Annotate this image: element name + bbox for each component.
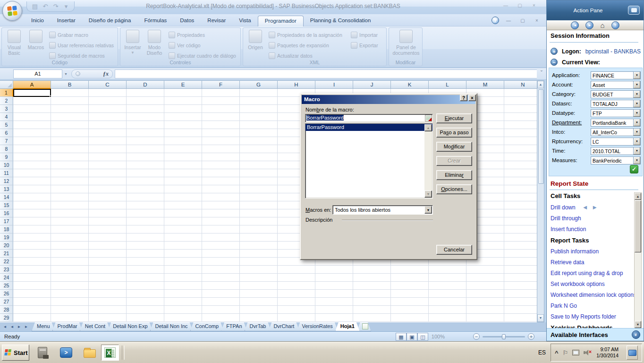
zoom-slider-thumb[interactable] xyxy=(502,334,506,339)
cell-k29[interactable] xyxy=(391,314,429,322)
cell-j28[interactable] xyxy=(353,306,391,314)
row-header-3[interactable]: 3 xyxy=(0,105,13,113)
cell-n18[interactable] xyxy=(504,225,537,233)
column-header-e[interactable]: E xyxy=(164,80,202,89)
previous-sheet-button[interactable]: ◄ xyxy=(8,323,16,331)
cell-b8[interactable] xyxy=(51,145,89,153)
origen-button[interactable]: Origen xyxy=(245,30,266,50)
sheet-tab-versionrates[interactable]: VersionRates xyxy=(297,322,338,331)
cell-b27[interactable] xyxy=(51,298,89,306)
exportar-button[interactable]: Exportar xyxy=(351,41,378,49)
cell-c19[interactable] xyxy=(89,233,127,242)
cell-d21[interactable] xyxy=(127,250,164,258)
cell-b19[interactable] xyxy=(51,233,89,242)
cell-b26[interactable] xyxy=(51,290,89,298)
cell-b17[interactable] xyxy=(51,217,89,225)
cell-d26[interactable] xyxy=(127,290,164,298)
start-button[interactable]: Start xyxy=(2,345,29,361)
cell-g29[interactable] xyxy=(240,314,278,322)
cell-b25[interactable] xyxy=(51,282,89,290)
cell-k24[interactable] xyxy=(391,274,429,282)
list-scroll-up-icon[interactable]: ▲ xyxy=(424,124,432,131)
cell-f22[interactable] xyxy=(202,258,240,266)
cell-f8[interactable] xyxy=(202,145,240,153)
row-header-11[interactable]: 11 xyxy=(0,169,13,177)
cell-j29[interactable] xyxy=(353,314,391,322)
app-minimize-button[interactable]: — xyxy=(500,2,511,9)
cell-i23[interactable] xyxy=(315,266,353,274)
cv-select-department[interactable]: PortlandiaBank▼ xyxy=(591,119,641,127)
cell-f5[interactable] xyxy=(202,121,240,129)
cell-a14[interactable] xyxy=(13,193,51,201)
scroll-down-icon[interactable]: ▼ xyxy=(537,314,544,322)
cell-n3[interactable] xyxy=(504,105,537,113)
cell-d16[interactable] xyxy=(127,209,164,217)
propiedades-asignacion-button[interactable]: Propiedades de la asignación xyxy=(269,31,342,39)
cell-b21[interactable] xyxy=(51,250,89,258)
row-header-28[interactable]: 28 xyxy=(0,306,13,314)
cell-b12[interactable] xyxy=(51,177,89,185)
cell-f20[interactable] xyxy=(202,242,240,250)
cell-d18[interactable] xyxy=(127,225,164,233)
tab-programador[interactable]: Programador xyxy=(258,16,304,26)
available-interfaces-bar[interactable]: Available Interfaces » xyxy=(547,328,644,341)
cell-c23[interactable] xyxy=(89,266,127,274)
cell-f4[interactable] xyxy=(202,113,240,121)
row-header-1[interactable]: 1 xyxy=(0,89,13,97)
back-icon[interactable]: ◄ xyxy=(571,21,579,29)
cell-n20[interactable] xyxy=(504,242,537,250)
row-header-15[interactable]: 15 xyxy=(0,201,13,209)
column-header-i[interactable]: I xyxy=(315,80,353,89)
cell-f7[interactable] xyxy=(202,137,240,145)
app-close-button[interactable]: × xyxy=(528,2,540,9)
cell-n24[interactable] xyxy=(504,274,537,282)
cell-a12[interactable] xyxy=(13,177,51,185)
cell-c12[interactable] xyxy=(89,177,127,185)
cell-a11[interactable] xyxy=(13,169,51,177)
cell-g27[interactable] xyxy=(240,298,278,306)
cell-n10[interactable] xyxy=(504,161,537,169)
column-header-a[interactable]: A xyxy=(13,80,51,89)
cell-e5[interactable] xyxy=(164,121,202,129)
cv-select-category[interactable]: BUDGET▼ xyxy=(591,90,641,98)
combo-arrow-icon[interactable]: ▼ xyxy=(633,81,640,88)
cell-d5[interactable] xyxy=(127,121,164,129)
cell-g8[interactable] xyxy=(240,145,278,153)
zoom-slider[interactable] xyxy=(483,336,525,337)
cell-k25[interactable] xyxy=(391,282,429,290)
row-header-14[interactable]: 14 xyxy=(0,193,13,201)
cell-n22[interactable] xyxy=(504,258,537,266)
cell-e15[interactable] xyxy=(164,201,202,209)
cell-i27[interactable] xyxy=(315,298,353,306)
cell-n21[interactable] xyxy=(504,250,537,258)
cell-g4[interactable] xyxy=(240,113,278,121)
tab-datos[interactable]: Datos xyxy=(173,16,201,26)
pane-help-icon[interactable]: ? xyxy=(611,21,619,29)
cell-d20[interactable] xyxy=(127,242,164,250)
cell-i28[interactable] xyxy=(315,306,353,314)
report-link-set-workbook-options[interactable]: Set workbook options xyxy=(551,281,634,287)
language-indicator[interactable]: ES xyxy=(534,349,551,356)
cell-c15[interactable] xyxy=(89,201,127,209)
dialog-help-icon[interactable]: ? xyxy=(460,95,467,101)
cell-f3[interactable] xyxy=(202,105,240,113)
ejecutar-button[interactable]: Ejecutar xyxy=(436,113,472,123)
cell-g22[interactable] xyxy=(240,258,278,266)
cell-a10[interactable] xyxy=(13,161,51,169)
cell-b18[interactable] xyxy=(51,225,89,233)
powershell-button[interactable]: > xyxy=(59,346,74,360)
cell-e14[interactable] xyxy=(164,193,202,201)
home-icon[interactable]: ⌂ xyxy=(600,21,604,29)
cv-select-intco[interactable]: All_InterCo▼ xyxy=(591,128,641,136)
row-header-7[interactable]: 7 xyxy=(0,137,13,145)
cell-c5[interactable] xyxy=(89,121,127,129)
cell-f1[interactable] xyxy=(202,89,240,97)
cell-d25[interactable] xyxy=(127,282,164,290)
row-header-25[interactable]: 25 xyxy=(0,282,13,290)
name-box-arrow-icon[interactable]: ▼ xyxy=(62,69,69,78)
cell-b13[interactable] xyxy=(51,185,89,193)
network-icon[interactable] xyxy=(572,350,579,355)
app-restore-button[interactable]: ▢ xyxy=(514,2,525,9)
workbook-minimize-button[interactable]: — xyxy=(504,18,513,23)
cell-d24[interactable] xyxy=(127,274,164,282)
